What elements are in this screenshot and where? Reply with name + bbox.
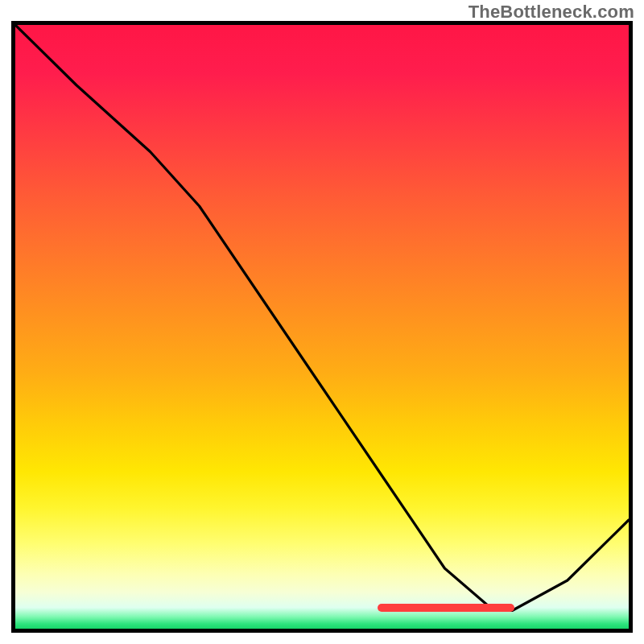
optimal-range-marker — [378, 604, 514, 612]
bottleneck-curve — [15, 25, 629, 629]
chart-plot-area — [11, 21, 633, 633]
watermark-text: TheBottleneck.com — [469, 2, 634, 23]
